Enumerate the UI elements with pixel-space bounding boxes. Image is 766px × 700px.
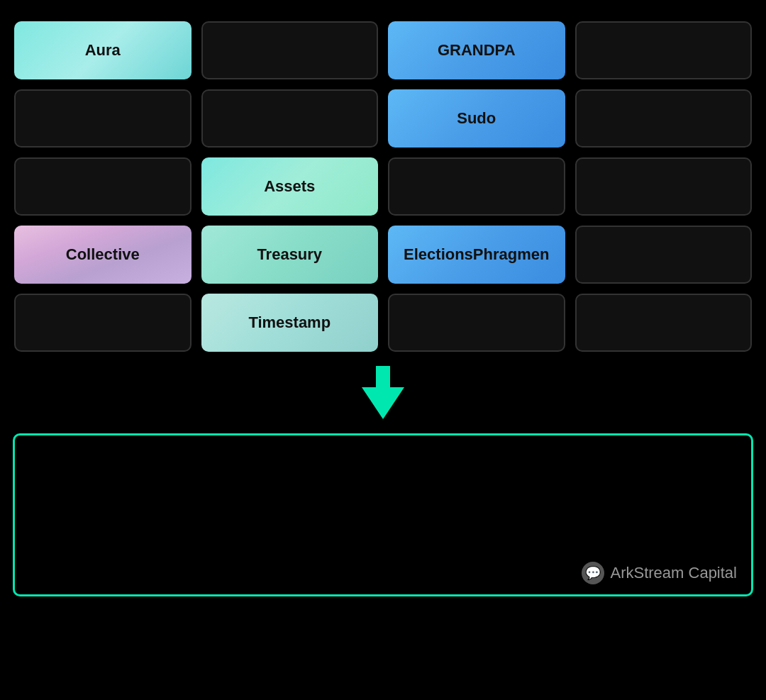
grid-cell-collective: Collective xyxy=(14,226,192,284)
down-arrow xyxy=(362,366,404,419)
grid-cell-empty-r2c4 xyxy=(575,89,753,148)
grid-cell-empty-r5c4 xyxy=(575,294,753,352)
grid-cell-empty-r5c3 xyxy=(388,294,565,352)
watermark: 💬 ArkStream Capital xyxy=(582,562,737,584)
watermark-text: ArkStream Capital xyxy=(610,564,737,582)
grid-cell-sudo: Sudo xyxy=(388,89,565,148)
module-grid: AuraGRANDPASudoAssetsCollectiveTreasuryE… xyxy=(0,0,766,352)
grid-cell-empty-r2c1 xyxy=(14,89,192,148)
grid-cell-empty-r3c4 xyxy=(575,157,753,216)
grid-cell-elections-phragmen: ElectionsPhragmen xyxy=(388,226,565,284)
arrow-head xyxy=(362,387,404,419)
grid-cell-empty-r4c4 xyxy=(575,226,753,284)
grid-cell-assets: Assets xyxy=(201,157,379,216)
grid-cell-empty-r1c4 xyxy=(575,21,753,79)
grid-cell-empty-r1c2 xyxy=(201,21,379,79)
grid-cell-empty-r3c3 xyxy=(388,157,565,216)
grid-cell-grandpa: GRANDPA xyxy=(388,21,565,79)
grid-cell-empty-r3c1 xyxy=(14,157,192,216)
grid-cell-aura: Aura xyxy=(14,21,192,79)
arrow-section xyxy=(0,352,766,426)
grid-cell-empty-r2c2 xyxy=(201,89,379,148)
watermark-icon: 💬 xyxy=(582,562,604,584)
grid-cell-timestamp: Timestamp xyxy=(201,294,379,352)
bottom-content-box: 💬 ArkStream Capital xyxy=(13,433,753,596)
grid-cell-empty-r5c1 xyxy=(14,294,192,352)
arrow-shaft xyxy=(376,366,390,387)
grid-cell-treasury: Treasury xyxy=(201,226,379,284)
